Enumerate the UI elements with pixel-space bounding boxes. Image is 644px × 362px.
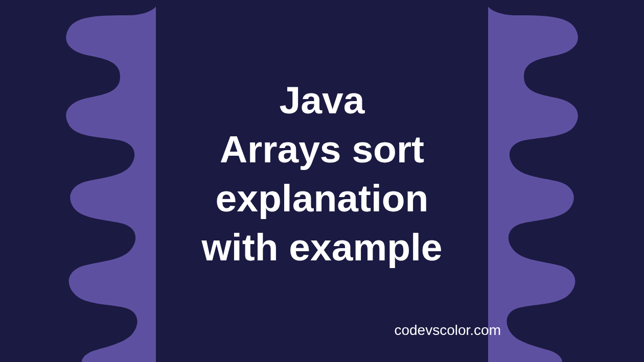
banner-container: Java Arrays sort explanation with exampl… <box>0 0 644 362</box>
watermark-text: codevscolor.com <box>394 322 501 339</box>
blob-right-decoration <box>486 0 644 362</box>
blob-left-decoration <box>0 0 158 362</box>
banner-title: Java Arrays sort explanation with exampl… <box>202 75 443 271</box>
